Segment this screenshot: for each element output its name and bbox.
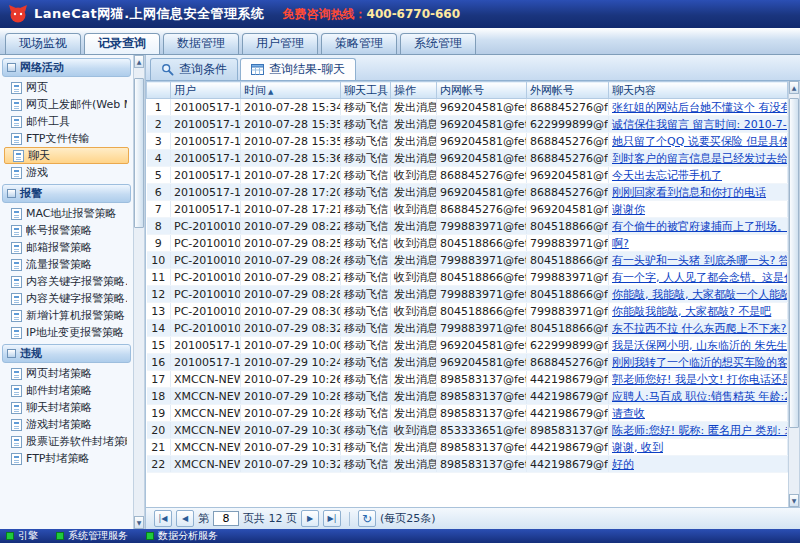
table-row[interactable]: 22 XMCCN-NEW [19: 2010-07-29 10:32:18 移动… [147,456,788,473]
sidebar-item-新增计算机报警策略[interactable]: 新增计算机报警策略 [2,307,131,324]
last-page-button[interactable]: ▶| [323,510,341,527]
sidebar-scrollbar[interactable]: ▲ ▼ [133,55,145,529]
chat-content-link[interactable]: 请查收 [612,407,645,420]
refresh-icon[interactable]: ↻ [358,510,376,527]
nav-tab-现场监视[interactable]: 现场监视 [5,33,81,54]
chat-content-link[interactable]: 刚刚回家看到信息和你打的电话 [612,186,766,199]
sidebar-item-MAC地址报警策略[interactable]: MAC地址报警策略 [2,205,131,222]
table-row[interactable]: 20 XMCCN-NEW [19: 2010-07-29 10:30:22 移动… [147,422,788,439]
chat-content-link[interactable]: 陈老师:您好! 昵称: 匿名用户 类别: 未知 [612,424,788,437]
sidebar-item-FTP封堵策略[interactable]: FTP封堵策略 [2,450,131,467]
table-row[interactable]: 17 XMCCN-NEW [19: 2010-07-29 10:26:44 移动… [147,371,788,388]
sidebar-item-流量报警策略[interactable]: 流量报警策略 [2,256,131,273]
sidebar-scroll-track[interactable] [134,68,144,516]
table-row[interactable]: 16 20100517-1329 [1 2010-07-29 10:24:41 … [147,354,788,371]
chat-content-link[interactable]: 刚刚我转了一个临沂的想买车险的客户给张红 [612,356,788,369]
table-row[interactable]: 11 PC-201001061111 2010-07-29 08:27:16 移… [147,269,788,286]
scroll-down-icon[interactable]: ▼ [789,494,799,507]
column-header-聊天工具[interactable]: 聊天工具 [341,82,391,99]
sidebar-item-网页封堵策略[interactable]: 网页封堵策略 [2,365,131,382]
chat-content-link[interactable]: 啊? [612,237,629,250]
chat-content-link[interactable]: 谢谢你 [612,203,645,216]
section-header[interactable]: 网络活动 [2,58,131,77]
nav-tab-系统管理[interactable]: 系统管理 [400,33,476,54]
chat-content-link[interactable]: 你能敲, 我能敲, 大家都敲一个人能敲。熟人! [612,288,788,301]
table-row[interactable]: 8 PC-201001061111 2010-07-29 08:22:43 移动… [147,218,788,235]
sidebar-item-网页[interactable]: 网页 [2,79,131,96]
scroll-up-icon[interactable]: ▲ [134,55,144,68]
column-header-时间[interactable]: 时间▲ [241,82,341,99]
table-row[interactable]: 5 20100517-1329 [1 2010-07-28 17:20:05 移… [147,167,788,184]
chat-content-link[interactable]: 有一个字, 人人见了都会念错。这是什么字?! [612,271,788,284]
table-row[interactable]: 14 PC-201001061111 2010-07-29 08:32:25 移… [147,320,788,337]
table-row[interactable]: 4 20100517-1329 [1 2010-07-28 15:36:30 移… [147,150,788,167]
column-header-用户[interactable]: 用户 [171,82,241,99]
chat-content-link[interactable]: 到时客户的留言信息是已经发过去给她了 [612,152,788,165]
sidebar-item-内容关键字报警策略.邮[interactable]: 内容关键字报警策略.邮 [2,290,131,307]
chat-content-link[interactable]: 张红姐的网站后台她不懂这个 有没有空试操作 [612,101,788,114]
chat-content-link[interactable]: 我是沃保网小明, 山东临沂的 朱先生1386497 [612,339,788,352]
table-row[interactable]: 7 20100517-1329 [1 2010-07-28 17:21:18 移… [147,201,788,218]
table-row[interactable]: 10 PC-201001061111 2010-07-29 08:26:06 移… [147,252,788,269]
chat-content-link[interactable]: 应聘人:马百成 职位:销售精英 年龄:24 性别(男 [612,390,788,403]
table-scroll-thumb[interactable] [789,98,799,428]
chat-content-link[interactable]: 今天出去忘记带手机了 [612,169,722,182]
sidebar-item-邮件封堵策略[interactable]: 邮件封堵策略 [2,382,131,399]
table-row[interactable]: 18 XMCCN-NEW [19: 2010-07-29 10:28:16 移动… [147,388,788,405]
sidebar-item-股票证券软件封堵策略[interactable]: 股票证券软件封堵策略 [2,433,131,450]
page-number-input[interactable] [213,511,239,526]
tab-查询结果-聊天[interactable]: 查询结果-聊天 [240,58,356,80]
section-body: 网页 网页上发邮件(Web Mai 邮件工具 FTP文件传输 聊天 游戏 [2,77,131,182]
table-row[interactable]: 13 PC-201001061111 2010-07-29 08:30:25 移… [147,303,788,320]
chat-content-link[interactable]: 郭老师您好! 我是小文! 打你电话还是关机的 [612,373,788,386]
scroll-up-icon[interactable]: ▲ [789,81,799,94]
table-scroll-track[interactable] [789,94,799,494]
section-header[interactable]: 违规 [2,344,131,363]
table-row[interactable]: 1 20100517-1329 [1 2010-07-28 15:34:11 移… [147,99,788,116]
table-row[interactable]: 15 20100517-1329 [1 2010-07-29 10:00:48 … [147,337,788,354]
table-row[interactable]: 19 XMCCN-NEW [19: 2010-07-29 10:28:42 移动… [147,405,788,422]
sidebar-item-IP地址变更报警策略[interactable]: IP地址变更报警策略 [2,324,131,341]
table-row[interactable]: 6 20100517-1329 [1 2010-07-28 17:20:27 移… [147,184,788,201]
chat-content-link[interactable]: 有个偷牛的被官府逮捕而上了刑场。熟人! [612,220,788,233]
chat-content-link[interactable]: 谢谢, 收到 [612,441,663,454]
sidebar-item-游戏封堵策略[interactable]: 游戏封堵策略 [2,416,131,433]
table-row[interactable]: 9 PC-201001061111 2010-07-29 08:25:43 移动… [147,235,788,252]
table-scrollbar[interactable]: ▲ ▼ [788,81,800,507]
chat-content-link[interactable]: 有一头驴和一头猪 到底杀哪一头? 答案: 太 [612,254,788,267]
chat-content-link[interactable]: 她只留了个QQ 说要买保险 但是具体的您回去 [612,135,788,148]
scroll-down-icon[interactable]: ▼ [134,516,144,529]
sidebar-item-聊天[interactable]: 聊天 [4,147,129,164]
table-row[interactable]: 12 PC-201001061111 2010-07-29 08:28:16 移… [147,286,788,303]
sidebar-item-邮箱报警策略[interactable]: 邮箱报警策略 [2,239,131,256]
nav-tab-用户管理[interactable]: 用户管理 [242,33,318,54]
sidebar-item-邮件工具[interactable]: 邮件工具 [2,113,131,130]
next-page-button[interactable]: ▶ [301,510,319,527]
column-header-操作[interactable]: 操作 [391,82,437,99]
column-header-聊天内容[interactable]: 聊天内容 [609,82,788,99]
sidebar-item-游戏[interactable]: 游戏 [2,164,131,181]
chat-content-link[interactable]: 东不拉西不拉 什么东西爬上不下来? 年龄 [612,322,788,335]
chat-content-link[interactable]: 好的 [612,458,634,471]
sidebar-item-聊天封堵策略[interactable]: 聊天封堵策略 [2,399,131,416]
column-header-外网帐号[interactable]: 外网帐号 [527,82,609,99]
sidebar-item-内容关键字报警策略.网[interactable]: 内容关键字报警策略.网 [2,273,131,290]
chat-content-link[interactable]: 你能敲我能敲, 大家都敲? 不是吧 [612,305,771,318]
sidebar-scroll-thumb[interactable] [134,78,144,228]
tab-查询条件[interactable]: 查询条件 [150,58,238,80]
column-header-内网帐号[interactable]: 内网帐号 [437,82,527,99]
table-row[interactable]: 2 20100517-1329 [1 2010-07-28 15:35:02 移… [147,116,788,133]
table-row[interactable]: 3 20100517-1329 [1 2010-07-28 15:35:28 移… [147,133,788,150]
sidebar-item-帐号报警策略[interactable]: 帐号报警策略 [2,222,131,239]
nav-tab-数据管理[interactable]: 数据管理 [163,33,239,54]
nav-tab-策略管理[interactable]: 策略管理 [321,33,397,54]
prev-page-button[interactable]: ◀ [176,510,194,527]
first-page-button[interactable]: |◀ [154,510,172,527]
sidebar-item-FTP文件传输[interactable]: FTP文件传输 [2,130,131,147]
sidebar-item-网页上发邮件(Web Mai[interactable]: 网页上发邮件(Web Mai [2,96,131,113]
section-header[interactable]: 报警 [2,184,131,203]
table-row[interactable]: 21 XMCCN-NEW [19: 2010-07-29 10:31:52 移动… [147,439,788,456]
column-header-index[interactable] [147,82,171,99]
chat-content-link[interactable]: 诚信保住我留言 留言时间: 2010-7-28 10:50:0 [612,118,788,131]
nav-tab-记录查询[interactable]: 记录查询 [84,33,160,54]
